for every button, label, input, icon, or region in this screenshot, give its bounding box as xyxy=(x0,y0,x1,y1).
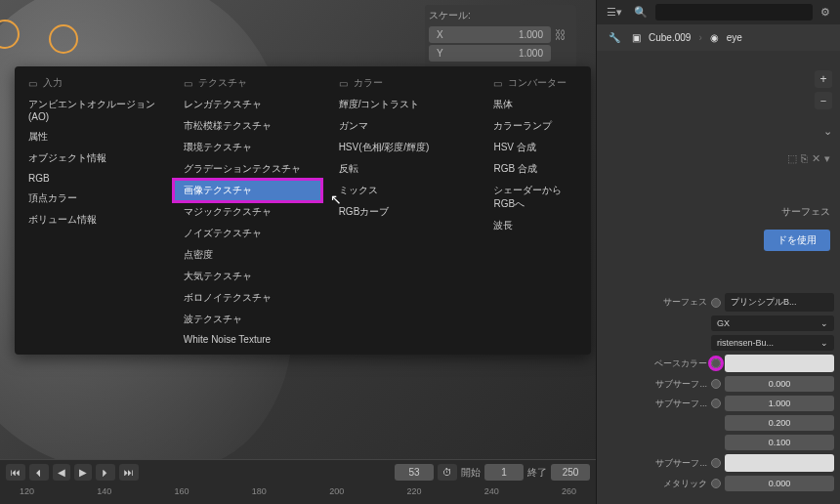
subsurface-value[interactable]: 0.000 xyxy=(725,376,834,392)
surface-label: サーフェス xyxy=(639,296,707,309)
start-label: 開始 xyxy=(461,466,481,480)
distribution-select[interactable]: GX⌄ xyxy=(711,315,834,331)
menu-item[interactable]: 反転 xyxy=(329,158,477,180)
scale-x-label[interactable]: X xyxy=(429,26,483,43)
menu-item[interactable]: オブジェクト情報 xyxy=(19,147,166,169)
node-socket-icon[interactable] xyxy=(711,458,721,468)
menu-item[interactable]: RGBカーブ xyxy=(329,201,477,223)
scale-y-label[interactable]: Y xyxy=(429,45,483,62)
search-input[interactable] xyxy=(655,4,813,21)
link-icon[interactable]: ⛓ xyxy=(555,28,567,42)
subsurf-method-select[interactable]: ristensen-Bu...⌄ xyxy=(711,335,834,351)
wrench-icon: 🔧 xyxy=(605,30,624,45)
nodes-icon[interactable]: ▾ xyxy=(824,152,830,165)
menu-item[interactable]: HSV(色相/彩度/輝度) xyxy=(329,137,477,158)
menu-item[interactable]: White Noise Texture xyxy=(174,330,321,349)
menu-item[interactable]: 黒体 xyxy=(483,94,587,115)
jump-start-button[interactable]: ⏮ xyxy=(6,464,25,481)
metallic-value[interactable]: 0.000 xyxy=(725,476,834,491)
use-nodes-button[interactable]: ドを使用 xyxy=(764,230,830,251)
base-color-swatch[interactable] xyxy=(725,355,834,372)
pin-strip: ⬚ ⎘ ✕ ▾ xyxy=(787,152,830,165)
current-frame[interactable]: 53 xyxy=(395,464,434,481)
subsurf-radius-3[interactable]: 0.100 xyxy=(725,435,834,450)
menu-item[interactable]: 輝度/コントラスト xyxy=(329,94,477,115)
funnel-icon[interactable]: ⚙ xyxy=(817,4,834,21)
menu-item[interactable]: 大気テクスチャ xyxy=(174,266,321,287)
subsurf-radius-1[interactable]: 1.000 xyxy=(725,396,834,411)
menu-header-converter: コンバーター xyxy=(508,76,567,90)
breadcrumb[interactable]: 🔧 ▣ Cube.009 › ◉ eye xyxy=(597,24,840,51)
node-socket-icon[interactable] xyxy=(711,479,721,488)
menu-item[interactable]: 市松模様テクスチャ xyxy=(174,115,321,137)
menu-item[interactable]: ボリューム情報 xyxy=(19,209,166,231)
surface-header: サーフェス xyxy=(781,205,830,219)
menu-item[interactable]: 頂点カラー xyxy=(19,188,166,209)
base-color-socket[interactable] xyxy=(711,358,721,368)
timeline[interactable]: ⏮ ⏴ ◀ ▶ ⏵ ⏭ 53 ⏱ 開始 1 終了 250 120 140 160… xyxy=(0,459,596,504)
menu-item-image-texture[interactable]: 画像テクスチャ xyxy=(174,180,321,201)
menu-item[interactable]: 環境テクスチャ xyxy=(174,137,321,158)
end-frame[interactable]: 250 xyxy=(551,464,590,481)
menu-item[interactable]: ミックス xyxy=(329,180,477,201)
surface-shader-select[interactable]: プリンシプルB... xyxy=(725,293,834,312)
timeline-ticks[interactable]: 120 140 160 180 200 220 240 260 xyxy=(0,484,596,498)
node-socket-icon[interactable] xyxy=(711,298,721,308)
menu-item[interactable]: ボロノイテクスチャ xyxy=(174,287,321,309)
shield-icon[interactable]: ⬚ xyxy=(787,152,797,165)
menu-item[interactable]: RGB xyxy=(19,169,166,188)
menu-item[interactable]: 属性 xyxy=(19,126,166,147)
close-icon[interactable]: ✕ xyxy=(812,152,820,165)
subsurf-radius-2[interactable]: 0.200 xyxy=(725,415,834,431)
menu-col-color: ▭カラー 輝度/コントラスト ガンマ HSV(色相/彩度/輝度) 反転 ミックス… xyxy=(325,72,481,349)
scale-x-value[interactable]: 1.000 xyxy=(483,26,551,43)
menu-header-input: 入力 xyxy=(43,76,63,90)
object-name[interactable]: Cube.009 xyxy=(649,32,691,43)
play-button[interactable]: ▶ xyxy=(74,464,92,481)
display-mode-icon[interactable]: ☰▾ xyxy=(603,4,626,21)
start-frame[interactable]: 1 xyxy=(484,464,524,481)
play-reverse-button[interactable]: ◀ xyxy=(53,464,70,481)
node-socket-icon[interactable] xyxy=(711,399,721,408)
material-properties: サーフェス プリンシプルB... GX⌄ ristensen-Bu...⌄ ベー… xyxy=(639,293,834,495)
add-slot-button[interactable]: + xyxy=(815,70,832,88)
menu-item[interactable]: ノイズテクスチャ xyxy=(174,223,321,244)
menu-col-texture: ▭テクスチャ レンガテクスチャ 市松模様テクスチャ 環境テクスチャ グラデーショ… xyxy=(170,72,325,349)
prev-keyframe-button[interactable]: ⏴ xyxy=(29,464,49,481)
slot-menu-button[interactable]: ⌄ xyxy=(823,125,832,138)
subsurf-color-label: サブサーフ... xyxy=(639,457,707,470)
next-keyframe-button[interactable]: ⏵ xyxy=(96,464,115,481)
jump-end-button[interactable]: ⏭ xyxy=(119,464,139,481)
menu-item[interactable]: マジックテクスチャ xyxy=(174,201,321,223)
menu-item[interactable]: 点密度 xyxy=(174,244,321,266)
menu-item[interactable]: カラーランプ xyxy=(483,115,587,137)
menu-item[interactable]: ガンマ xyxy=(329,115,477,137)
copy-icon[interactable]: ⎘ xyxy=(801,152,808,165)
menu-item[interactable]: HSV 合成 xyxy=(483,137,587,158)
material-icon: ◉ xyxy=(710,32,719,43)
menu-item[interactable]: アンビエントオクルージョン(AO) xyxy=(19,94,166,126)
node-socket-icon[interactable] xyxy=(711,379,721,389)
base-color-label: ベースカラー xyxy=(639,357,707,370)
autokey-button[interactable]: ⏱ xyxy=(438,464,457,481)
menu-item[interactable]: シェーダーからRGBへ xyxy=(483,180,587,215)
add-node-menu: ▭入力 アンビエントオクルージョン(AO) 属性 オブジェクト情報 RGB 頂点… xyxy=(15,66,591,355)
page-icon: ▭ xyxy=(493,78,502,89)
page-icon: ▭ xyxy=(339,78,348,89)
menu-item[interactable]: グラデーションテクスチャ xyxy=(174,158,321,180)
menu-header-color: カラー xyxy=(354,76,383,90)
menu-item[interactable]: 波テクスチャ xyxy=(174,309,321,330)
menu-header-texture: テクスチャ xyxy=(198,76,247,90)
material-name[interactable]: eye xyxy=(727,32,742,43)
subsurface-label: サブサーフ... xyxy=(639,378,707,391)
metallic-label: メタリック xyxy=(639,478,707,490)
menu-item[interactable]: レンガテクスチャ xyxy=(174,94,321,115)
menu-col-input: ▭入力 アンビエントオクルージョン(AO) 属性 オブジェクト情報 RGB 頂点… xyxy=(15,72,170,349)
remove-slot-button[interactable]: − xyxy=(815,92,832,109)
menu-item[interactable]: 波長 xyxy=(483,215,587,236)
menu-item[interactable]: RGB 合成 xyxy=(483,158,587,180)
subsurf-color-swatch[interactable] xyxy=(725,454,834,472)
menu-col-converter: ▭コンバーター 黒体 カラーランプ HSV 合成 RGB 合成 シェーダーからR… xyxy=(480,72,591,349)
page-icon: ▭ xyxy=(28,78,37,89)
scale-y-value[interactable]: 1.000 xyxy=(483,45,551,62)
